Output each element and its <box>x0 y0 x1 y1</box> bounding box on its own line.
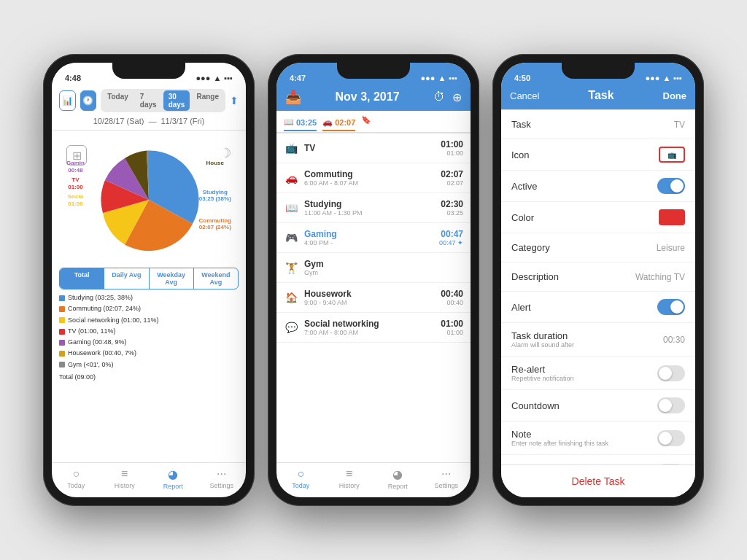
battery-icon-3: ▪▪▪ <box>673 74 682 82</box>
time-tab-book[interactable]: 📖 03:25 <box>284 117 317 131</box>
nav-report-label-1: Report <box>163 483 183 490</box>
screen-today: 4:47 ●●● ▲ ▪▪▪ 📥 Nov 3, 2017 ⏱ ⊕ 📖 <box>276 63 471 497</box>
status-time-2: 4:47 <box>290 74 306 82</box>
seg-today[interactable]: Today <box>102 90 133 111</box>
today-header-icons: ⏱ ⊕ <box>433 90 462 104</box>
moon-btn[interactable]: ☽ <box>220 145 231 161</box>
today-inbox-icon[interactable]: 📥 <box>285 89 301 105</box>
avg-tab-weekday[interactable]: Weekday Avg <box>150 268 194 289</box>
nav-report-2[interactable]: ◕ Report <box>374 467 422 490</box>
nav-history-2[interactable]: ≡ History <box>325 467 374 490</box>
task-dur-main-social: 01:00 <box>441 319 463 329</box>
settings-row-duration[interactable]: Task duration Alarm will sound after 00:… <box>501 323 695 357</box>
note-toggle[interactable] <box>657 430 685 446</box>
date-to: 11/3/17 (Fri) <box>160 117 204 125</box>
legend-label-tv: TV (01:00, 11%) <box>68 326 116 337</box>
bookmark-tab-icon: 🔖 <box>361 115 371 125</box>
nav-report-icon-2: ◕ <box>392 467 403 481</box>
alert-toggle[interactable] <box>657 299 685 315</box>
time-tab-car[interactable]: 🚗 02:07 <box>322 117 355 131</box>
task-icon-studying: 📖 <box>284 202 298 214</box>
share-btn[interactable]: ⬆ <box>230 95 239 106</box>
task-item-housework[interactable]: 🏠 Housework 9:00 - 9:40 AM 00:40 00:40 <box>276 283 471 313</box>
delete-task-button[interactable]: Delete Task <box>501 464 695 497</box>
bottom-nav-2: ○ Today ≡ History ◕ Report ··· Settings <box>276 462 471 497</box>
phones-container: 4:48 ●●● ▲ ▪▪▪ 📊 🕐 Today 7 days 30 days … <box>28 39 719 521</box>
task-info-commuting: Commuting 6:00 AM - 8:07 AM <box>304 169 435 187</box>
avg-tab-weekend[interactable]: Weekend Avg <box>194 268 238 289</box>
settings-row-icon[interactable]: Icon 📺 <box>501 139 695 171</box>
active-toggle[interactable] <box>657 178 685 194</box>
nav-report-1[interactable]: ◕ Report <box>149 467 198 490</box>
task-duration-gaming: 00:47 00:47 ✦ <box>439 229 463 246</box>
task-info-gym: Gym Gym <box>304 259 463 276</box>
signal-icon-3: ●●● <box>645 74 659 82</box>
legend-commuting: Commuting (02:07, 24%) <box>59 303 239 314</box>
task-item-gaming[interactable]: 🎮 Gaming 4:00 PM - 00:47 00:47 ✦ <box>276 223 471 253</box>
avg-tab-daily[interactable]: Daily Avg <box>104 268 149 289</box>
avg-tab-total[interactable]: Total <box>60 268 104 289</box>
nav-settings-2[interactable]: ··· Settings <box>422 467 471 490</box>
stopwatch-icon[interactable]: ⏱ <box>433 90 445 104</box>
task-duration-tv: 01:00 01:00 <box>441 139 463 157</box>
task-name-gym: Gym <box>304 259 463 269</box>
task-item-commuting[interactable]: 🚗 Commuting 6:00 AM - 8:07 AM 02:07 02:0… <box>276 163 471 193</box>
nav-history-1[interactable]: ≡ History <box>101 467 150 490</box>
settings-label-active: Active <box>511 181 657 192</box>
settings-row-piechart[interactable]: Pie chart Exclude from pie chart <box>501 455 695 464</box>
task-info-housework: Housework 9:00 - 9:40 AM <box>304 289 435 306</box>
task-item-studying[interactable]: 📖 Studying 11:00 AM - 1:30 PM 02:30 03:2… <box>276 193 471 223</box>
settings-row-color[interactable]: Color <box>501 202 695 233</box>
legend-dot-tv <box>59 329 65 335</box>
chart-icon-btn[interactable]: 📊 <box>59 90 76 111</box>
seg-range[interactable]: Range <box>191 90 224 111</box>
wifi-icon-3: ▲ <box>662 74 670 82</box>
cancel-button[interactable]: Cancel <box>510 90 539 101</box>
task-dur-sub-commuting: 02:07 <box>441 179 463 187</box>
task-dur-main-commuting: 02:07 <box>441 169 463 179</box>
task-icon-gaming: 🎮 <box>284 232 298 244</box>
nav-settings-1[interactable]: ··· Settings <box>198 467 247 490</box>
settings-row-note[interactable]: Note Enter note after finishing this tas… <box>501 421 695 455</box>
date-range: 10/28/17 (Sat) — 11/3/17 (Fri) <box>59 117 239 125</box>
settings-row-alert[interactable]: Alert <box>501 292 695 323</box>
countdown-toggle[interactable] <box>657 397 685 413</box>
pie-lbl-studying: Studying03:25 (38%) <box>199 189 231 203</box>
nav-history-icon-1: ≡ <box>121 467 128 481</box>
settings-label-countdown: Countdown <box>511 400 657 411</box>
task-item-social[interactable]: 💬 Social networking 7:00 AM - 8:00 AM 01… <box>276 313 471 343</box>
realert-toggle[interactable] <box>657 365 685 381</box>
nav-today-1[interactable]: ○ Today <box>52 467 101 490</box>
settings-label-category: Category <box>511 242 657 253</box>
settings-row-task[interactable]: Task TV <box>501 110 695 139</box>
pie-labels-left: Gamin00:48 TV01:00 Socia01:00 <box>66 160 85 208</box>
settings-row-active[interactable]: Active <box>501 171 695 202</box>
nav-settings-icon-2: ··· <box>441 467 451 481</box>
color-preview[interactable] <box>659 209 685 225</box>
task-name-housework: Housework <box>304 289 435 299</box>
task-dur-sub-housework: 00:40 <box>441 299 463 306</box>
icon-preview[interactable]: 📺 <box>659 147 685 163</box>
task-name-studying: Studying <box>304 199 435 209</box>
settings-label-description: Description <box>511 271 635 282</box>
time-tab-bookmark[interactable]: 🔖 <box>361 115 371 128</box>
done-button[interactable]: Done <box>663 90 687 101</box>
screen-report: 4:48 ●●● ▲ ▪▪▪ 📊 🕐 Today 7 days 30 days … <box>52 63 246 497</box>
task-item-gym[interactable]: 🏋 Gym Gym <box>276 253 471 283</box>
status-time-1: 4:48 <box>65 74 81 82</box>
settings-row-realert[interactable]: Re-alert Repetitive notification <box>501 357 695 390</box>
settings-row-description[interactable]: Description Watching TV <box>501 262 695 292</box>
add-icon[interactable]: ⊕ <box>452 90 462 104</box>
report-header: 📊 🕐 Today 7 days 30 days Range ⬆ 10/28/1… <box>52 86 246 131</box>
clock-icon-btn[interactable]: 🕐 <box>80 90 97 111</box>
settings-row-countdown[interactable]: Countdown <box>501 390 695 421</box>
seg-30days[interactable]: 30 days <box>163 90 190 111</box>
seg-7days[interactable]: 7 days <box>135 90 162 111</box>
legend-label-commuting: Commuting (02:07, 24%) <box>68 303 141 314</box>
task-item-tv[interactable]: 📺 TV 01:00 01:00 <box>276 133 471 163</box>
task-info-studying: Studying 11:00 AM - 1:30 PM <box>304 199 435 217</box>
legend-label-social: Social networking (01:00, 11%) <box>68 315 159 326</box>
settings-row-category[interactable]: Category Leisure <box>501 233 695 262</box>
nav-today-2[interactable]: ○ Today <box>276 467 325 490</box>
task-name-commuting: Commuting <box>304 169 435 179</box>
